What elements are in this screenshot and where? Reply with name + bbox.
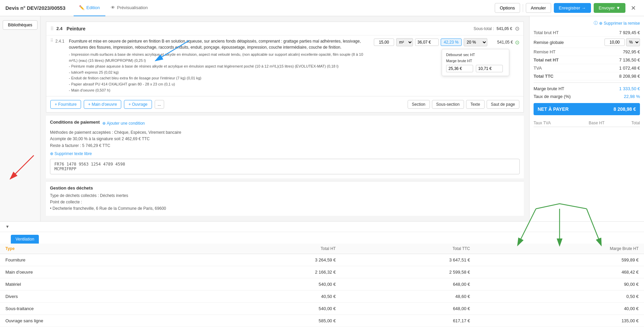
taux-marge-row: Taux de marge (%) 22,98 % — [534, 93, 640, 100]
debourse-input[interactable] — [446, 65, 473, 72]
add-condition-link[interactable]: ⊕ Ajouter une condition — [102, 121, 145, 126]
options-button[interactable]: Options — [495, 3, 520, 13]
ventilation-type: Main d'oeuvre — [0, 266, 207, 278]
ventilation-marge-brute: 599,89 € — [475, 254, 644, 266]
line-controls: 15,00 m² 42,23 % 20 % 541,05 — [374, 38, 519, 48]
add-ouvrage-button[interactable]: + Ouvrage — [124, 100, 152, 109]
conditions-area: Conditions de paiement ⊕ Ajouter une con… — [46, 115, 524, 178]
ventilation-total-ht: 540,00 € — [207, 303, 341, 315]
saut-page-button[interactable]: Saut de page — [487, 100, 519, 109]
save-button[interactable]: Enregistrer → — [554, 3, 591, 13]
right-panel: ⓘ ⊕ Supprimer la remise Total brut HT 7 … — [529, 16, 644, 221]
section-block: ⠿ 2.4 Peinture Sous-total : 541,05 € ⊙ ⠿… — [46, 22, 524, 112]
quantity-input[interactable]: 15,00 — [374, 39, 394, 46]
more-options-button[interactable]: ... — [155, 100, 164, 109]
unit-select[interactable]: m² — [396, 38, 413, 46]
document-area: ⠿ 2.4 Peinture Sous-total : 541,05 € ⊙ ⠿… — [41, 16, 529, 221]
send-button[interactable]: Envoyer ▼ — [594, 3, 625, 13]
bottom-section: ▼ Ventilation Type Total HT Total TTC Ma… — [0, 221, 644, 327]
ventilation-marge-brute: 135,00 € — [475, 315, 644, 327]
document-title: Devis n° DEV/2023/00553 — [5, 5, 66, 11]
sidebar: Bibliothèques — [0, 16, 41, 221]
sous-section-button[interactable]: Sous-section — [432, 100, 464, 109]
marge-input[interactable] — [476, 65, 503, 72]
ventilation-row: Divers 40,50 € 48,60 € 0,50 € — [0, 291, 644, 303]
tva-row: TVA 1 072,48 € — [534, 64, 640, 72]
ventilation-row: Main d'oeuvre 2 166,32 € 2 599,58 € 468,… — [0, 266, 644, 278]
remise-unit-select[interactable]: % — [626, 38, 640, 46]
add-main-oeuvre-button[interactable]: + Main d'oeuvre — [84, 100, 121, 109]
eye-icon: 👁 — [111, 5, 115, 10]
delete-remise-link[interactable]: ⓘ ⊕ Supprimer la remise — [534, 20, 640, 26]
waste-area: Gestion des déchets Type de déchets coll… — [46, 181, 524, 216]
collapse-button[interactable]: ⊙ — [515, 25, 519, 32]
tooltip-area: 15,00 m² 42,23 % 20 % 541,05 — [374, 38, 519, 48]
action-buttons-row: + Fourniture + Main d'oeuvre + Ouvrage .… — [46, 96, 523, 112]
check-button[interactable]: ⊙ — [515, 39, 519, 46]
ventilation-total-ttc: 2 599,58 € — [341, 266, 475, 278]
separator — [523, 4, 523, 12]
libraries-button[interactable]: Bibliothèques — [3, 20, 37, 30]
ventilation-type: Ouvrage sans ligne — [0, 315, 207, 327]
section-number: 2.4 — [56, 26, 62, 31]
ventilation-total-ttc: 648,00 € — [341, 303, 475, 315]
type-col-header: Type — [0, 244, 207, 254]
waste-title: Gestion des déchets — [50, 185, 520, 191]
bottom-toggle[interactable]: ▼ — [0, 222, 644, 232]
drag-handle-icon[interactable]: ⠿ — [50, 26, 54, 31]
tooltip-marge-row: Marge brute HT — [446, 59, 505, 63]
marge-brute-col-header: Marge Brute HT — [475, 244, 644, 254]
content-area: ⠿ 2.4 Peinture Sous-total : 541,05 € ⊙ ⠿… — [41, 16, 644, 221]
remise-row: Remise globale 10,00 % — [534, 37, 640, 48]
ventilation-total-ttc: 617,17 € — [341, 315, 475, 327]
price-input[interactable] — [415, 39, 439, 46]
ventilation-type: Fourniture — [0, 254, 207, 266]
ventilation-type: Matériel — [0, 278, 207, 291]
summary-table: Total brut HT 7 929,45 € Remise globale … — [534, 29, 640, 127]
ventilation-total-ht: 585,00 € — [207, 315, 341, 327]
section-subtotal: Sous-total : 541,05 € — [473, 26, 512, 31]
remise-value-input[interactable]: 10,00 — [604, 39, 625, 46]
ventilation-marge-brute: 0,50 € — [475, 291, 644, 303]
ventilation-total-ht: 3 264,59 € — [207, 254, 341, 266]
section-type-buttons: Section Sous-section Texte Saut de page — [408, 100, 520, 109]
ventilation-table: Type Total HT Total TTC Marge Brute HT F… — [0, 244, 644, 327]
header: Devis n° DEV/2023/00553 ✏️ Edition 👁 Pré… — [0, 0, 644, 16]
bank-info: FR76 1478 9563 1254 4789 4598MCPRIFRPP — [50, 159, 520, 174]
add-fourniture-button[interactable]: + Fourniture — [50, 100, 81, 109]
ventilation-header-row: Type Total HT Total TTC Marge Brute HT — [0, 244, 644, 254]
ventilation-type: Divers — [0, 291, 207, 303]
close-button[interactable]: ✕ — [628, 3, 639, 13]
ventilation-total-ht: 40,50 € — [207, 291, 341, 303]
section-title: Peinture — [67, 26, 473, 31]
tab-preview[interactable]: 👁 Prévisualisation — [105, 0, 153, 16]
margin-badge[interactable]: 42,23 % — [441, 39, 462, 46]
waste-text: Type de déchets collectés : Déchets iner… — [50, 193, 520, 212]
tooltip-box: Déboursé sec HT Marge brute HT — [442, 49, 509, 76]
line-drag-handle[interactable]: ⠿ — [50, 38, 53, 43]
toggle-chevron-icon: ▼ — [5, 224, 9, 229]
texte-button[interactable]: Texte — [466, 100, 485, 109]
ventilation-total-ttc: 3 647,51 € — [341, 254, 475, 266]
tva-select[interactable]: 20 % — [464, 38, 487, 46]
send-arrow-icon: ▼ — [616, 5, 620, 10]
delete-texte-link[interactable]: ⊕ Supprimer texte libre — [50, 151, 92, 156]
conditions-title: Conditions de paiement — [50, 120, 100, 125]
total-ttc-col-header: Total TTC — [341, 244, 475, 254]
line-detail: - Impression multi-surfaces à base de ré… — [69, 52, 370, 93]
remise-inputs: 10,00 % — [604, 38, 640, 46]
line-description: Fourniture et mise en oeuvre de peinture… — [69, 38, 374, 93]
tab-edition[interactable]: ✏️ Edition — [74, 0, 105, 16]
ventilation-row: Matériel 540,00 € 648,00 € 90,00 € — [0, 278, 644, 291]
edit-icon: ✏️ — [79, 5, 84, 10]
ventilation-marge-brute: 468,42 € — [475, 266, 644, 278]
ventilation-total-ht: 2 166,32 € — [207, 266, 341, 278]
ventilation-tab[interactable]: Ventilation — [11, 235, 39, 244]
ventilation-marge-brute: 40,00 € — [475, 303, 644, 315]
ventilation-row: Fourniture 3 264,59 € 3 647,51 € 599,89 … — [0, 254, 644, 266]
save-icon: → — [582, 5, 586, 10]
cancel-button[interactable]: Annuler — [526, 3, 551, 13]
ventilation-type: Sous-traitance — [0, 303, 207, 315]
info-icon: ⓘ — [594, 20, 598, 26]
section-button[interactable]: Section — [408, 100, 430, 109]
